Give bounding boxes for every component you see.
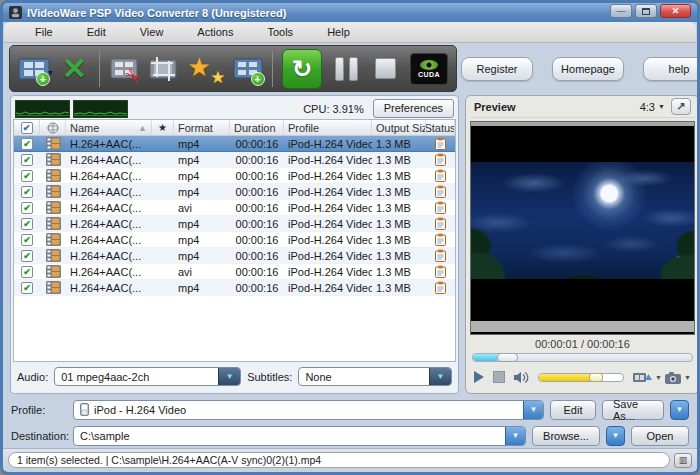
seek-slider[interactable] <box>472 353 693 362</box>
toolbar: + ▼ ✕ ✂ ★ ★ + <box>3 43 697 94</box>
table-row[interactable]: ✔ H.264+AAC(... mp4 00:00:16 iPod-H.264 … <box>14 184 455 200</box>
table-row[interactable]: ✔ H.264+AAC(... mp4 00:00:16 iPod-H.264 … <box>14 152 455 168</box>
table-row[interactable]: ✔ H.264+AAC(... mp4 00:00:16 iPod-H.264 … <box>14 280 455 296</box>
cpu-usage-label: CPU: 3.91% <box>303 103 370 115</box>
close-button[interactable]: ✕ <box>660 4 691 18</box>
stop-icon <box>375 58 396 79</box>
maximize-button[interactable] <box>635 4 657 18</box>
table-row[interactable]: ✔ H.264+AAC(... mp4 00:00:16 iPod-H.264 … <box>14 168 455 184</box>
table-row[interactable]: ✔ H.264+AAC(... mp4 00:00:16 iPod-H.264 … <box>14 136 455 152</box>
table-row[interactable]: ✔ H.264+AAC(... mp4 00:00:16 iPod-H.264 … <box>14 216 455 232</box>
cell-output-size: 1.3 MB <box>372 266 426 278</box>
statusbar: 1 item(s) selected. | C:\sample\H.264+AA… <box>3 448 697 471</box>
convert-button[interactable]: ↻ <box>282 48 322 90</box>
volume-slider[interactable] <box>538 373 624 382</box>
preferences-button[interactable]: Preferences <box>373 99 454 118</box>
select-all-checkbox[interactable]: ✔ <box>21 122 33 134</box>
cpu-meter-graph <box>73 100 128 118</box>
chevron-down-icon: ▼ <box>429 368 451 385</box>
status-clipboard-icon <box>435 281 446 294</box>
menu-tools[interactable]: Tools <box>250 23 310 42</box>
subtitles-dropdown[interactable]: None ▼ <box>298 367 452 386</box>
seek-handle[interactable] <box>497 353 518 362</box>
browse-dropdown-button[interactable]: ▼ <box>606 426 625 446</box>
row-checkbox[interactable]: ✔ <box>21 218 33 230</box>
cuda-button[interactable]: CUDA <box>410 48 448 90</box>
favorite-column-header[interactable]: ★ <box>152 120 174 135</box>
aspect-ratio-dropdown[interactable]: 4:3 ▼ <box>640 101 665 113</box>
profile-column-header[interactable]: Profile <box>284 120 372 135</box>
save-as-dropdown-button[interactable]: ▼ <box>670 400 689 420</box>
stop-button[interactable] <box>371 48 402 90</box>
table-row[interactable]: ✔ H.264+AAC(... avi 00:00:16 iPod-H.264 … <box>14 200 455 216</box>
film-icon <box>46 249 61 262</box>
menu-actions[interactable]: Actions <box>180 23 250 42</box>
row-checkbox[interactable]: ✔ <box>21 250 33 262</box>
file-table-body: ✔ H.264+AAC(... mp4 00:00:16 iPod-H.264 … <box>14 136 455 361</box>
output-size-column-header[interactable]: Output Size <box>372 120 426 135</box>
menu-help[interactable]: Help <box>310 23 367 42</box>
menu-edit[interactable]: Edit <box>70 23 123 42</box>
camera-snapshot-icon[interactable] <box>665 371 681 384</box>
cell-output-size: 1.3 MB <box>372 234 426 246</box>
save-as-button[interactable]: Save As... <box>602 400 664 420</box>
playback-controls: ▼ ▼ <box>470 365 695 389</box>
menu-file[interactable]: File <box>18 23 70 42</box>
stars-icon: ★ ★ <box>188 52 224 86</box>
panel-toggle-button[interactable]: ▥ <box>674 453 692 468</box>
chevron-down-icon[interactable]: ▼ <box>684 374 691 381</box>
destination-field[interactable]: C:\sample ▼ <box>73 426 526 446</box>
register-button[interactable]: Register <box>461 57 533 81</box>
add-video-button[interactable]: + ▼ <box>18 48 50 90</box>
film-capture-icon[interactable] <box>633 370 652 384</box>
table-row[interactable]: ✔ H.264+AAC(... mp4 00:00:16 iPod-H.264 … <box>14 232 455 248</box>
help-button[interactable]: help <box>643 57 700 81</box>
merge-button[interactable]: + <box>233 48 264 90</box>
table-row[interactable]: ✔ H.264+AAC(... mp4 00:00:16 iPod-H.264 … <box>14 248 455 264</box>
open-folder-button[interactable]: Open <box>631 426 689 446</box>
minimize-button[interactable]: — <box>610 4 632 18</box>
edit-profile-button[interactable]: Edit <box>550 400 596 420</box>
row-checkbox[interactable]: ✔ <box>21 282 33 294</box>
video-display[interactable] <box>470 121 695 335</box>
speaker-icon[interactable] <box>514 371 529 384</box>
chevron-down-icon[interactable]: ▼ <box>655 374 662 381</box>
homepage-button[interactable]: Homepage <box>552 57 624 81</box>
profile-row: Profile: iPod - H.264 Video ▼ Edit Save … <box>3 396 697 423</box>
profile-dropdown[interactable]: iPod - H.264 Video ▼ <box>73 400 544 420</box>
cell-profile: iPod-H.264 Video <box>284 170 372 182</box>
audio-dropdown[interactable]: 01 mpeg4aac-2ch ▼ <box>54 367 241 386</box>
row-checkbox[interactable]: ✔ <box>21 138 33 150</box>
stop-playback-button[interactable] <box>493 371 505 383</box>
name-column-header[interactable]: Name ▲ <box>66 120 152 135</box>
row-checkbox[interactable]: ✔ <box>21 234 33 246</box>
remove-button[interactable]: ✕ <box>59 48 90 90</box>
fullscreen-button[interactable]: ↗ <box>671 98 691 115</box>
row-checkbox[interactable]: ✔ <box>21 186 33 198</box>
status-column-header[interactable]: Status <box>426 120 455 135</box>
film-icon <box>46 153 61 166</box>
volume-handle[interactable] <box>589 373 603 382</box>
effect-button[interactable]: ★ ★ <box>188 48 224 90</box>
cell-profile: iPod-H.264 Video <box>284 154 372 166</box>
play-button[interactable] <box>474 371 484 383</box>
format-column-header[interactable]: Format <box>174 120 230 135</box>
crop-button[interactable] <box>148 48 179 90</box>
row-checkbox[interactable]: ✔ <box>21 266 33 278</box>
remove-x-icon: ✕ <box>62 54 87 84</box>
duration-column-header[interactable]: Duration <box>230 120 284 135</box>
type-column-header[interactable] <box>40 120 66 135</box>
audio-subtitle-row: Audio: 01 mpeg4aac-2ch ▼ Subtitles: None… <box>13 362 456 391</box>
browse-button[interactable]: Browse... <box>532 426 600 446</box>
cell-name: H.264+AAC(... <box>66 170 152 182</box>
row-checkbox[interactable]: ✔ <box>21 202 33 214</box>
row-checkbox[interactable]: ✔ <box>21 170 33 182</box>
row-checkbox[interactable]: ✔ <box>21 154 33 166</box>
table-row[interactable]: ✔ H.264+AAC(... avi 00:00:16 iPod-H.264 … <box>14 264 455 280</box>
pause-button[interactable] <box>331 48 362 90</box>
menu-view[interactable]: View <box>123 23 181 42</box>
subtitles-label: Subtitles: <box>247 371 292 383</box>
chevron-down-icon: ▼ <box>658 103 665 110</box>
trim-button[interactable]: ✂ <box>109 48 140 90</box>
cell-format: mp4 <box>174 154 230 166</box>
